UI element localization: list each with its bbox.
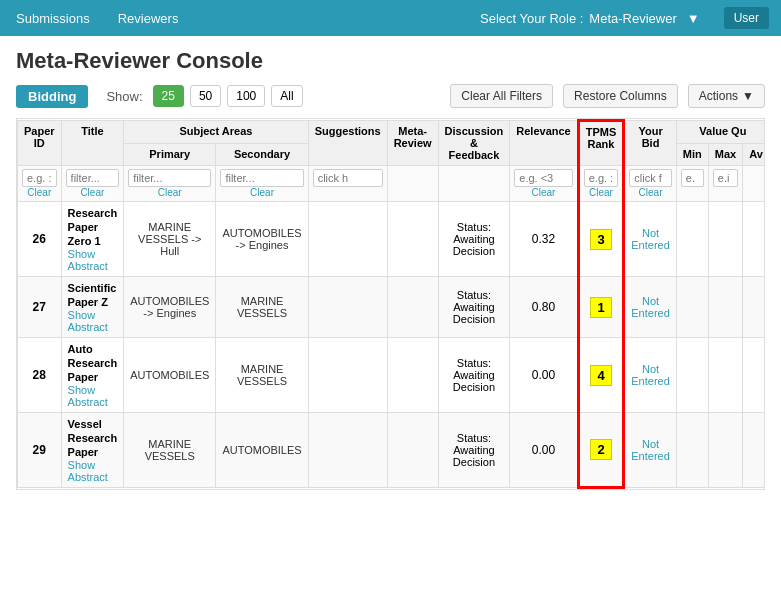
- table-row: 27 Scientific Paper Z Show Abstract AUTO…: [18, 277, 766, 338]
- title-filter[interactable]: [66, 169, 120, 187]
- actions-button[interactable]: Actions ▼: [688, 84, 765, 108]
- tpms-rank-cell: 1: [578, 277, 624, 338]
- max-filter-cell: [708, 166, 742, 202]
- clear-filters-button[interactable]: Clear All Filters: [450, 84, 553, 108]
- av-cell: [743, 338, 765, 413]
- tpms-rank-filter[interactable]: [584, 169, 619, 187]
- max-filter[interactable]: [713, 169, 738, 187]
- secondary-col-header: Secondary: [216, 143, 308, 166]
- relevance-filter[interactable]: [514, 169, 572, 187]
- your-bid-col-header: YourBid: [624, 121, 677, 166]
- table-row: 28 Auto Research Paper Show Abstract AUT…: [18, 338, 766, 413]
- your-bid-filter[interactable]: [629, 169, 672, 187]
- av-filter-cell: [743, 166, 765, 202]
- nav-reviewers[interactable]: Reviewers: [114, 3, 183, 34]
- your-bid-cell[interactable]: Not Entered: [624, 413, 677, 488]
- show-abstract-link[interactable]: Show Abstract: [68, 309, 118, 333]
- show-abstract-link[interactable]: Show Abstract: [68, 384, 118, 408]
- show-25-button[interactable]: 25: [153, 85, 184, 107]
- paper-id-clear[interactable]: Clear: [22, 187, 57, 198]
- show-all-button[interactable]: All: [271, 85, 302, 107]
- paper-id-filter[interactable]: [22, 169, 57, 187]
- max-cell: [708, 277, 742, 338]
- tpms-rank-filter-cell: Clear: [578, 166, 624, 202]
- min-cell: [676, 413, 708, 488]
- av-cell: [743, 413, 765, 488]
- suggestions-filter[interactable]: [313, 169, 383, 187]
- primary-clear[interactable]: Clear: [128, 187, 211, 198]
- av-cell: [743, 277, 765, 338]
- relevance-col-header: Relevance: [510, 121, 578, 166]
- page-title: Meta-Reviewer Console: [16, 48, 765, 74]
- tpms-rank-cell: 4: [578, 338, 624, 413]
- chevron-down-icon: ▼: [742, 89, 754, 103]
- meta-review-col-header: Meta-Review: [387, 121, 438, 166]
- value-qu-col-header: Value Qu: [676, 121, 765, 144]
- primary-cell: AUTOMOBILES -> Engines: [124, 277, 216, 338]
- min-filter[interactable]: [681, 169, 704, 187]
- av-cell: [743, 202, 765, 277]
- suggestions-cell: [308, 413, 387, 488]
- paper-id-col-header: PaperID: [18, 121, 62, 166]
- main-table-wrapper: PaperID Title Subject Areas Suggestions …: [16, 118, 765, 490]
- relevance-filter-cell: Clear: [510, 166, 578, 202]
- suggestions-cell: [308, 202, 387, 277]
- max-cell: [708, 413, 742, 488]
- your-bid-cell[interactable]: Not Entered: [624, 277, 677, 338]
- paper-title: Scientific Paper Z: [68, 282, 117, 308]
- title-clear[interactable]: Clear: [66, 187, 120, 198]
- primary-cell: AUTOMOBILES: [124, 338, 216, 413]
- bidding-badge: Bidding: [16, 85, 88, 108]
- tpms-rank-cell: 2: [578, 413, 624, 488]
- secondary-cell: MARINE VESSELS: [216, 338, 308, 413]
- av-col-header: Av: [743, 143, 765, 166]
- tpms-rank-clear[interactable]: Clear: [584, 187, 619, 198]
- show-100-button[interactable]: 100: [227, 85, 265, 107]
- paper-title: Vessel Research Paper: [68, 418, 118, 458]
- paper-title: Research Paper Zero 1: [68, 207, 118, 247]
- show-abstract-link[interactable]: Show Abstract: [68, 459, 118, 483]
- discussion-filter-cell: [438, 166, 510, 202]
- relevance-cell: 0.00: [510, 338, 578, 413]
- paper-id-cell: 26: [18, 202, 62, 277]
- tpms-badge: 3: [590, 229, 611, 250]
- suggestions-col-header: Suggestions: [308, 121, 387, 166]
- show-abstract-link[interactable]: Show Abstract: [68, 248, 118, 272]
- max-col-header: Max: [708, 143, 742, 166]
- your-bid-cell[interactable]: Not Entered: [624, 202, 677, 277]
- show-label: Show:: [106, 89, 142, 104]
- title-cell: Vessel Research Paper Show Abstract: [61, 413, 124, 488]
- secondary-filter[interactable]: [220, 169, 303, 187]
- secondary-clear[interactable]: Clear: [220, 187, 303, 198]
- table-row: 26 Research Paper Zero 1 Show Abstract M…: [18, 202, 766, 277]
- primary-cell: MARINE VESSELS -> Hull: [124, 202, 216, 277]
- secondary-cell: AUTOMOBILES -> Engines: [216, 202, 308, 277]
- actions-label: Actions: [699, 89, 738, 103]
- min-filter-cell: [676, 166, 708, 202]
- meta-review-cell: [387, 413, 438, 488]
- min-cell: [676, 338, 708, 413]
- max-cell: [708, 202, 742, 277]
- meta-review-filter-cell: [387, 166, 438, 202]
- paper-title: Auto Research Paper: [68, 343, 118, 383]
- table-body: 26 Research Paper Zero 1 Show Abstract M…: [18, 202, 766, 488]
- tpms-rank-cell: 3: [578, 202, 624, 277]
- relevance-cell: 0.80: [510, 277, 578, 338]
- max-cell: [708, 338, 742, 413]
- your-bid-filter-cell: Clear: [624, 166, 677, 202]
- min-col-header: Min: [676, 143, 708, 166]
- relevance-clear[interactable]: Clear: [514, 187, 572, 198]
- secondary-filter-cell: Clear: [216, 166, 308, 202]
- your-bid-cell[interactable]: Not Entered: [624, 338, 677, 413]
- nav-submissions[interactable]: Submissions: [12, 3, 94, 34]
- top-navigation: Submissions Reviewers Select Your Role :…: [0, 0, 781, 36]
- primary-filter[interactable]: [128, 169, 211, 187]
- show-50-button[interactable]: 50: [190, 85, 221, 107]
- restore-columns-button[interactable]: Restore Columns: [563, 84, 678, 108]
- suggestions-cell: [308, 338, 387, 413]
- meta-review-cell: [387, 277, 438, 338]
- discussion-cell: Status: Awaiting Decision: [438, 413, 510, 488]
- role-dropdown[interactable]: Meta-Reviewer ▼: [589, 11, 705, 26]
- your-bid-clear[interactable]: Clear: [629, 187, 672, 198]
- title-filter-cell: Clear: [61, 166, 124, 202]
